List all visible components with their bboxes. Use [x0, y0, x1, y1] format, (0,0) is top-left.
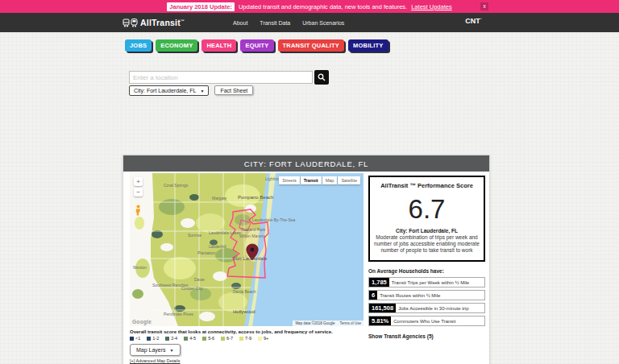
- map-label: Pembroke Pines: [164, 312, 193, 316]
- cnt-logo[interactable]: CNT◦: [465, 16, 482, 25]
- fact-sheet-button[interactable]: Fact Sheet: [214, 85, 253, 95]
- transit-map[interactable]: Coral Springs Margate Pompano Beach Ligh…: [130, 173, 364, 326]
- location-select[interactable]: City: Fort Lauderdale, FL ▼: [129, 85, 209, 96]
- show-transit-agencies-link[interactable]: Show Transit Agencies (5): [368, 333, 485, 339]
- stat-row-commuters: 5.81% Commuters Who Use Transit: [368, 316, 485, 326]
- update-badge: January 2018 Update:: [167, 2, 235, 11]
- stat-label: Jobs Accessible in 30-minute trip: [398, 306, 468, 311]
- map-label: Margate: [212, 196, 227, 201]
- advanced-map-details-link[interactable]: [+] Advanced Map Details: [130, 358, 181, 363]
- search-icon: [318, 73, 326, 81]
- map-attribution: Map data ©2018 Google: [295, 321, 334, 325]
- chevron-down-icon: ▼: [170, 348, 174, 353]
- map-label: Hollywood: [233, 309, 255, 314]
- legend-swatch: [239, 337, 243, 341]
- stat-label: Commuters Who Use Transit: [393, 319, 455, 324]
- train-icon: [131, 19, 138, 27]
- score-description: Moderate combination of trips per week a…: [374, 234, 480, 254]
- legend-swatch: [184, 337, 188, 341]
- stat-label: Transit Trips per Week within ½ Mile: [392, 280, 469, 285]
- map-zoom-in-button[interactable]: +: [134, 177, 143, 186]
- stat-value: 6: [369, 290, 377, 300]
- map-label: Lauderdale Lakes: [209, 230, 241, 235]
- score-value: 6.7: [374, 194, 480, 225]
- map-layers-button[interactable]: Map Layers ▼: [130, 344, 181, 356]
- legend-swatch: [258, 337, 262, 341]
- map-label: Lauderhill: [209, 244, 226, 249]
- jobs-button[interactable]: JOBS: [125, 39, 152, 52]
- legend-swatch: [202, 337, 206, 341]
- map-label: Dania Beach: [233, 289, 256, 294]
- map-label: Pompano Beach: [238, 195, 273, 200]
- score-title: AllTransit ™ Performance Score: [374, 182, 480, 189]
- map-label: Davie: [194, 277, 205, 282]
- stat-row-jobs-accessible: 161,508 Jobs Accessible in 30-minute tri…: [368, 303, 485, 313]
- legend-swatch: [165, 337, 169, 341]
- bus-train-icons: [123, 19, 138, 27]
- stat-row-transit-routes: 6 Transit Routes within ½ Mile: [368, 290, 485, 300]
- category-buttons: JOBS ECONOMY HEALTH EQUITY TRANSIT QUALI…: [125, 39, 388, 52]
- terms-of-use-link[interactable]: Terms of Use: [339, 321, 361, 325]
- legend-swatch: [147, 337, 151, 341]
- map-label: Oakland Park: [241, 227, 266, 232]
- map-label: Coral Springs: [164, 183, 189, 188]
- map-type-satellite[interactable]: Satellite: [338, 176, 360, 184]
- nav-link-about[interactable]: About: [233, 20, 247, 26]
- stats-heading: On Average Households have:: [368, 268, 485, 274]
- score-location: City: Fort Lauderdale, FL: [374, 228, 480, 234]
- map-label: Wilton Manors: [239, 234, 265, 238]
- stat-value: 5.81%: [369, 316, 391, 326]
- map-type-streets[interactable]: Streets: [279, 176, 299, 184]
- economy-button[interactable]: ECONOMY: [156, 39, 197, 52]
- stat-value: 1,785: [369, 277, 389, 287]
- google-logo: Google: [132, 319, 152, 325]
- stat-label: Transit Routes within ½ Mile: [380, 293, 440, 298]
- map-label: Lauderdale-By-The-Sea: [252, 217, 296, 222]
- map-label: Weston: [133, 265, 147, 270]
- banner-close-button[interactable]: x: [480, 2, 488, 10]
- pegman-icon[interactable]: [134, 205, 143, 216]
- health-button[interactable]: HEALTH: [201, 39, 236, 52]
- latest-updates-link[interactable]: Latest Updates: [411, 3, 451, 10]
- map-label: Cooper City: [181, 286, 203, 291]
- top-nav: AllTransit™ About Transit Data Urban Sce…: [0, 13, 619, 32]
- stat-value: 161,508: [369, 303, 396, 313]
- score-legend: <1 1-2 2-4 4-5 5-6 6-7 7-9 9+: [130, 336, 268, 341]
- map-label: Sunrise: [188, 233, 201, 238]
- brand-name: AllTransit™: [140, 18, 185, 27]
- performance-score-box: AllTransit ™ Performance Score 6.7 City:…: [368, 176, 485, 262]
- nav-link-transit-data[interactable]: Transit Data: [260, 20, 290, 26]
- legend-caption: Overall transit score that looks at conn…: [130, 329, 333, 334]
- legend-swatch: [130, 337, 134, 341]
- equity-button[interactable]: EQUITY: [240, 39, 273, 52]
- search-button[interactable]: [314, 70, 329, 85]
- stat-row-transit-trips: 1,785 Transit Trips per Week within ½ Mi…: [368, 277, 485, 287]
- chevron-down-icon: ▼: [200, 89, 204, 93]
- nav-link-urban-scenarios[interactable]: Urban Scenarios: [302, 20, 344, 26]
- update-text: Updated transit and demographic data, ne…: [239, 3, 407, 10]
- city-panel: CITY: FORT LAUDERDALE, FL: [123, 155, 490, 364]
- panel-title: CITY: FORT LAUDERDALE, FL: [123, 155, 489, 172]
- alltransit-logo[interactable]: AllTransit™: [123, 18, 185, 27]
- bus-icon: [123, 19, 130, 27]
- transit-quality-button[interactable]: TRANSIT QUALITY: [278, 39, 345, 52]
- map-zoom-out-button[interactable]: −: [134, 188, 143, 196]
- map-label: Fort Lauderdale: [233, 256, 268, 261]
- mobility-button[interactable]: MOBILITY: [348, 39, 388, 52]
- map-canvas[interactable]: Coral Springs Margate Pompano Beach Ligh…: [130, 173, 364, 326]
- map-type-transit[interactable]: Transit: [301, 176, 322, 184]
- map-type-map[interactable]: Map: [322, 176, 338, 184]
- location-search-input[interactable]: [129, 71, 313, 84]
- update-banner: January 2018 Update: Updated transit and…: [0, 0, 619, 13]
- legend-swatch: [221, 337, 225, 341]
- map-label: Plantation: [197, 250, 215, 255]
